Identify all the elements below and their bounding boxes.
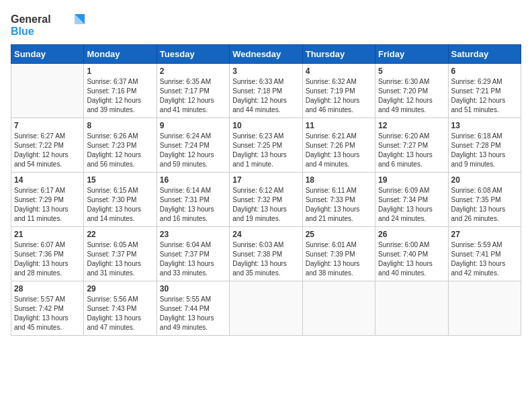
calendar-cell: 29Sunrise: 5:56 AMSunset: 7:43 PMDayligh… bbox=[84, 281, 157, 336]
day-number: 4 bbox=[306, 66, 372, 76]
day-info: Sunrise: 6:03 AMSunset: 7:38 PMDaylight:… bbox=[232, 240, 299, 278]
calendar-cell: 26Sunrise: 6:00 AMSunset: 7:40 PMDayligh… bbox=[375, 227, 448, 281]
day-number: 17 bbox=[232, 175, 299, 185]
day-number: 14 bbox=[14, 175, 81, 185]
day-number: 10 bbox=[232, 121, 299, 130]
weekday-header: Wednesday bbox=[230, 45, 302, 64]
day-number: 6 bbox=[451, 66, 518, 76]
calendar-cell: 24Sunrise: 6:03 AMSunset: 7:38 PMDayligh… bbox=[230, 227, 302, 281]
day-info: Sunrise: 6:15 AMSunset: 7:30 PMDaylight:… bbox=[87, 186, 153, 224]
calendar-cell: 28Sunrise: 5:57 AMSunset: 7:42 PMDayligh… bbox=[11, 281, 84, 336]
weekday-header: Tuesday bbox=[157, 45, 229, 64]
day-info: Sunrise: 5:59 AMSunset: 7:41 PMDaylight:… bbox=[451, 240, 518, 278]
calendar-cell: 4Sunrise: 6:32 AMSunset: 7:19 PMDaylight… bbox=[302, 64, 375, 118]
day-number: 13 bbox=[451, 121, 518, 130]
weekday-header: Monday bbox=[84, 45, 157, 64]
day-info: Sunrise: 6:35 AMSunset: 7:17 PMDaylight:… bbox=[160, 77, 226, 115]
calendar-cell: 12Sunrise: 6:20 AMSunset: 7:27 PMDayligh… bbox=[375, 118, 448, 173]
day-number: 20 bbox=[451, 175, 518, 185]
day-number: 1 bbox=[87, 66, 153, 76]
day-info: Sunrise: 6:29 AMSunset: 7:21 PMDaylight:… bbox=[451, 77, 518, 115]
calendar-header-row: SundayMondayTuesdayWednesdayThursdayFrid… bbox=[11, 45, 521, 64]
day-number: 25 bbox=[306, 230, 372, 239]
calendar-cell: 5Sunrise: 6:30 AMSunset: 7:20 PMDaylight… bbox=[375, 64, 448, 118]
day-number: 26 bbox=[378, 230, 445, 239]
calendar-cell bbox=[375, 281, 448, 336]
calendar-cell: 27Sunrise: 5:59 AMSunset: 7:41 PMDayligh… bbox=[448, 227, 521, 281]
day-number: 18 bbox=[306, 175, 372, 185]
day-number: 22 bbox=[87, 230, 153, 239]
day-number: 23 bbox=[160, 230, 226, 239]
day-info: Sunrise: 5:57 AMSunset: 7:42 PMDaylight:… bbox=[14, 295, 81, 332]
calendar-week-row: 21Sunrise: 6:07 AMSunset: 7:36 PMDayligh… bbox=[11, 227, 521, 281]
calendar-cell: 25Sunrise: 6:01 AMSunset: 7:39 PMDayligh… bbox=[302, 227, 375, 281]
day-info: Sunrise: 6:30 AMSunset: 7:20 PMDaylight:… bbox=[378, 77, 445, 115]
calendar-week-row: 28Sunrise: 5:57 AMSunset: 7:42 PMDayligh… bbox=[11, 281, 521, 336]
calendar-cell bbox=[302, 281, 375, 336]
weekday-header: Thursday bbox=[302, 45, 375, 64]
calendar-cell: 19Sunrise: 6:09 AMSunset: 7:34 PMDayligh… bbox=[375, 173, 448, 227]
calendar-cell: 15Sunrise: 6:15 AMSunset: 7:30 PMDayligh… bbox=[84, 173, 157, 227]
calendar-cell: 3Sunrise: 6:33 AMSunset: 7:18 PMDaylight… bbox=[230, 64, 302, 118]
day-info: Sunrise: 6:24 AMSunset: 7:24 PMDaylight:… bbox=[160, 132, 226, 169]
calendar-week-row: 7Sunrise: 6:27 AMSunset: 7:22 PMDaylight… bbox=[11, 118, 521, 173]
calendar-cell: 30Sunrise: 5:55 AMSunset: 7:44 PMDayligh… bbox=[157, 281, 229, 336]
calendar-cell bbox=[11, 64, 84, 118]
calendar-cell: 6Sunrise: 6:29 AMSunset: 7:21 PMDaylight… bbox=[448, 64, 521, 118]
day-info: Sunrise: 5:55 AMSunset: 7:44 PMDaylight:… bbox=[160, 295, 226, 332]
calendar-cell: 2Sunrise: 6:35 AMSunset: 7:17 PMDaylight… bbox=[157, 64, 229, 118]
day-number: 5 bbox=[378, 66, 445, 76]
calendar-cell bbox=[448, 281, 521, 336]
calendar-cell: 11Sunrise: 6:21 AMSunset: 7:26 PMDayligh… bbox=[302, 118, 375, 173]
calendar-week-row: 14Sunrise: 6:17 AMSunset: 7:29 PMDayligh… bbox=[11, 173, 521, 227]
day-number: 8 bbox=[87, 121, 153, 130]
calendar-cell: 13Sunrise: 6:18 AMSunset: 7:28 PMDayligh… bbox=[448, 118, 521, 173]
day-info: Sunrise: 6:05 AMSunset: 7:37 PMDaylight:… bbox=[87, 240, 153, 278]
calendar-cell: 10Sunrise: 6:23 AMSunset: 7:25 PMDayligh… bbox=[230, 118, 302, 173]
day-info: Sunrise: 6:01 AMSunset: 7:39 PMDaylight:… bbox=[306, 240, 372, 278]
day-number: 16 bbox=[160, 175, 226, 185]
svg-text:Blue: Blue bbox=[11, 26, 34, 37]
day-number: 27 bbox=[451, 230, 518, 239]
logo: General Blue bbox=[11, 11, 85, 39]
day-info: Sunrise: 6:14 AMSunset: 7:31 PMDaylight:… bbox=[160, 186, 226, 224]
day-info: Sunrise: 6:23 AMSunset: 7:25 PMDaylight:… bbox=[232, 132, 299, 169]
day-info: Sunrise: 6:11 AMSunset: 7:33 PMDaylight:… bbox=[306, 186, 372, 224]
day-number: 29 bbox=[87, 284, 153, 293]
day-info: Sunrise: 6:18 AMSunset: 7:28 PMDaylight:… bbox=[451, 132, 518, 169]
day-number: 15 bbox=[87, 175, 153, 185]
day-number: 19 bbox=[378, 175, 445, 185]
calendar-cell: 21Sunrise: 6:07 AMSunset: 7:36 PMDayligh… bbox=[11, 227, 84, 281]
day-info: Sunrise: 6:21 AMSunset: 7:26 PMDaylight:… bbox=[306, 132, 372, 169]
calendar-cell: 14Sunrise: 6:17 AMSunset: 7:29 PMDayligh… bbox=[11, 173, 84, 227]
calendar-cell: 7Sunrise: 6:27 AMSunset: 7:22 PMDaylight… bbox=[11, 118, 84, 173]
day-number: 30 bbox=[160, 284, 226, 293]
day-number: 28 bbox=[14, 284, 81, 293]
day-info: Sunrise: 6:20 AMSunset: 7:27 PMDaylight:… bbox=[378, 132, 445, 169]
day-number: 9 bbox=[160, 121, 226, 130]
calendar-cell: 20Sunrise: 6:08 AMSunset: 7:35 PMDayligh… bbox=[448, 173, 521, 227]
calendar-cell: 1Sunrise: 6:37 AMSunset: 7:16 PMDaylight… bbox=[84, 64, 157, 118]
weekday-header: Friday bbox=[375, 45, 448, 64]
day-info: Sunrise: 6:37 AMSunset: 7:16 PMDaylight:… bbox=[87, 77, 153, 115]
day-number: 24 bbox=[232, 230, 299, 239]
day-info: Sunrise: 6:09 AMSunset: 7:34 PMDaylight:… bbox=[378, 186, 445, 224]
day-info: Sunrise: 6:17 AMSunset: 7:29 PMDaylight:… bbox=[14, 186, 81, 224]
day-info: Sunrise: 6:32 AMSunset: 7:19 PMDaylight:… bbox=[306, 77, 372, 115]
day-number: 12 bbox=[378, 121, 445, 130]
day-info: Sunrise: 6:12 AMSunset: 7:32 PMDaylight:… bbox=[232, 186, 299, 224]
day-info: Sunrise: 6:26 AMSunset: 7:23 PMDaylight:… bbox=[87, 132, 153, 169]
calendar-cell: 17Sunrise: 6:12 AMSunset: 7:32 PMDayligh… bbox=[230, 173, 302, 227]
day-info: Sunrise: 6:07 AMSunset: 7:36 PMDaylight:… bbox=[14, 240, 81, 278]
day-number: 11 bbox=[306, 121, 372, 130]
day-info: Sunrise: 6:27 AMSunset: 7:22 PMDaylight:… bbox=[14, 132, 81, 169]
day-number: 21 bbox=[14, 230, 81, 239]
calendar-cell: 16Sunrise: 6:14 AMSunset: 7:31 PMDayligh… bbox=[157, 173, 229, 227]
calendar-cell: 9Sunrise: 6:24 AMSunset: 7:24 PMDaylight… bbox=[157, 118, 229, 173]
svg-text:General: General bbox=[11, 13, 51, 25]
day-number: 2 bbox=[160, 66, 226, 76]
day-info: Sunrise: 6:04 AMSunset: 7:37 PMDaylight:… bbox=[160, 240, 226, 278]
day-info: Sunrise: 5:56 AMSunset: 7:43 PMDaylight:… bbox=[87, 295, 153, 332]
logo-svg: General Blue bbox=[11, 11, 85, 39]
calendar-cell bbox=[230, 281, 302, 336]
